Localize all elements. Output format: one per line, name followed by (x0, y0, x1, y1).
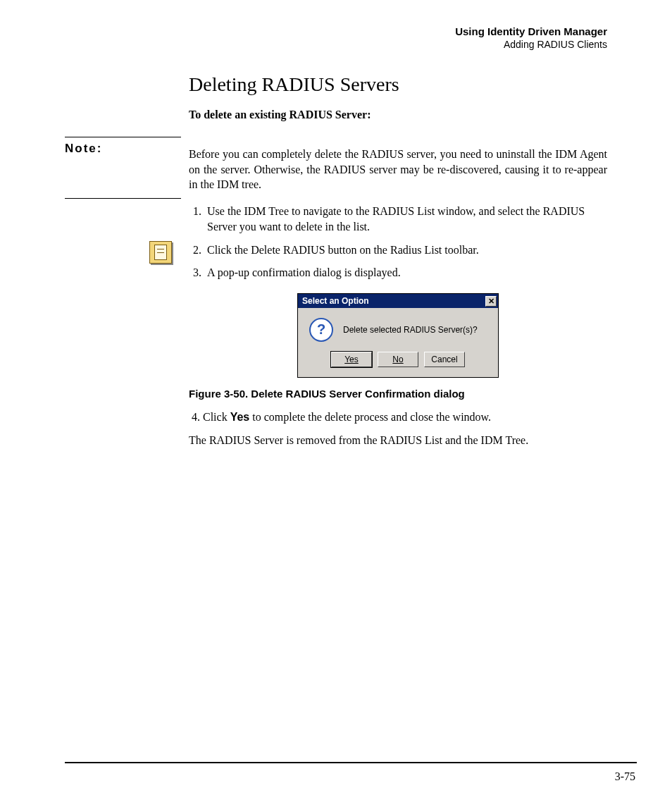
dialog-titlebar: Select an Option ✕ (298, 294, 498, 308)
closing-paragraph: The RADIUS Server is removed from the RA… (189, 433, 607, 448)
steps-list: Use the IDM Tree to navigate to the RADI… (189, 204, 607, 281)
dialog-title: Select an Option (302, 296, 369, 306)
close-icon[interactable]: ✕ (485, 296, 497, 307)
confirmation-dialog: Select an Option ✕ ? Delete selected RAD… (297, 293, 499, 378)
dialog-message: Delete selected RADIUS Server(s)? (343, 325, 478, 335)
step-3: A pop-up confirmation dialog is displaye… (204, 265, 607, 281)
cancel-button[interactable]: Cancel (424, 352, 465, 367)
lead-in: To delete an existing RADIUS Server: (189, 109, 607, 121)
yes-button[interactable]: Yes (331, 352, 372, 367)
note-label: Note: (65, 137, 181, 199)
step-4-suffix: to complete the delete process and close… (249, 411, 491, 423)
step-1: Use the IDM Tree to navigate to the RADI… (204, 204, 607, 235)
delete-radius-toolbar-icon (149, 241, 172, 264)
confirmation-dialog-figure: Select an Option ✕ ? Delete selected RAD… (297, 293, 499, 378)
step-4-bold: Yes (230, 411, 250, 423)
figure-caption: Figure 3-50. Delete RADIUS Server Confir… (189, 388, 607, 400)
header-chapter: Using Identity Driven Manager (455, 25, 607, 39)
step-2: Click the Delete RADIUS button on the Ra… (204, 242, 607, 258)
section-title: Deleting RADIUS Servers (189, 73, 607, 96)
step-4: 4. Click Yes to complete the delete proc… (189, 409, 607, 425)
no-button[interactable]: No (378, 352, 418, 367)
note-body: Before you can completely delete the RAD… (189, 147, 607, 192)
page-number: 3-75 (615, 770, 635, 783)
footer-rule (65, 762, 637, 763)
question-icon: ? (309, 318, 333, 342)
main-content: Deleting RADIUS Servers To delete an exi… (189, 73, 607, 459)
step-4-prefix: 4. Click (192, 411, 230, 423)
running-header: Using Identity Driven Manager Adding RAD… (455, 25, 607, 51)
header-section: Adding RADIUS Clients (455, 39, 607, 51)
